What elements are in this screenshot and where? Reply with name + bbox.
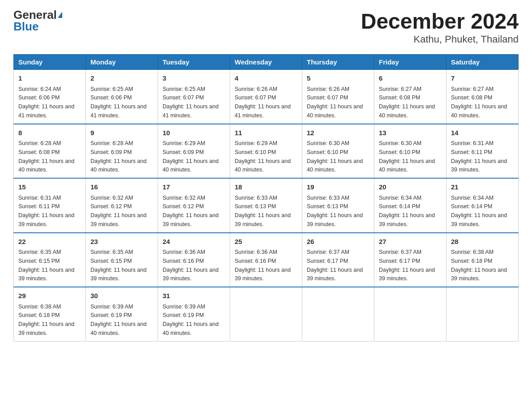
day-cell [230, 287, 302, 341]
day-number: 21 [451, 182, 514, 193]
day-info: Sunrise: 6:37 AMSunset: 6:17 PMDaylight:… [379, 249, 435, 282]
day-info: Sunrise: 6:38 AMSunset: 6:18 PMDaylight:… [451, 249, 507, 282]
day-cell: 31 Sunrise: 6:39 AMSunset: 6:19 PMDaylig… [158, 287, 230, 341]
day-info: Sunrise: 6:39 AMSunset: 6:19 PMDaylight:… [90, 304, 146, 336]
day-info: Sunrise: 6:35 AMSunset: 6:15 PMDaylight:… [90, 249, 146, 282]
day-cell: 11 Sunrise: 6:29 AMSunset: 6:10 PMDaylig… [230, 124, 302, 179]
day-number: 24 [163, 237, 225, 247]
header-cell-sunday: Sunday [14, 55, 86, 70]
day-number: 22 [18, 237, 81, 247]
logo: General Blue [13, 9, 62, 32]
day-number: 17 [163, 182, 225, 193]
day-cell: 12 Sunrise: 6:30 AMSunset: 6:10 PMDaylig… [302, 124, 374, 179]
day-number: 20 [379, 182, 442, 193]
day-number: 25 [235, 237, 297, 247]
day-cell: 26 Sunrise: 6:37 AMSunset: 6:17 PMDaylig… [302, 233, 374, 287]
day-info: Sunrise: 6:33 AMSunset: 6:13 PMDaylight:… [307, 195, 363, 227]
header-row: SundayMondayTuesdayWednesdayThursdayFrid… [14, 55, 519, 70]
header-cell-friday: Friday [374, 55, 446, 70]
day-number: 28 [451, 237, 514, 247]
day-number: 6 [379, 73, 442, 84]
day-cell: 14 Sunrise: 6:31 AMSunset: 6:11 PMDaylig… [446, 124, 519, 179]
week-row-2: 8 Sunrise: 6:28 AMSunset: 6:08 PMDayligh… [14, 124, 519, 179]
day-info: Sunrise: 6:35 AMSunset: 6:15 PMDaylight:… [18, 249, 74, 282]
logo-triangle-icon [58, 12, 62, 18]
day-number: 8 [18, 128, 81, 138]
day-number: 13 [379, 128, 442, 138]
day-info: Sunrise: 6:28 AMSunset: 6:09 PMDaylight:… [90, 140, 146, 173]
day-info: Sunrise: 6:28 AMSunset: 6:08 PMDaylight:… [18, 140, 74, 173]
day-info: Sunrise: 6:36 AMSunset: 6:16 PMDaylight:… [163, 249, 219, 282]
day-cell: 24 Sunrise: 6:36 AMSunset: 6:16 PMDaylig… [158, 233, 230, 287]
day-info: Sunrise: 6:25 AMSunset: 6:06 PMDaylight:… [90, 86, 146, 119]
day-number: 31 [163, 291, 225, 301]
day-number: 4 [235, 73, 297, 84]
day-cell: 2 Sunrise: 6:25 AMSunset: 6:06 PMDayligh… [86, 70, 158, 124]
calendar-table: SundayMondayTuesdayWednesdayThursdayFrid… [13, 54, 519, 342]
day-info: Sunrise: 6:37 AMSunset: 6:17 PMDaylight:… [307, 249, 363, 282]
day-info: Sunrise: 6:29 AMSunset: 6:09 PMDaylight:… [163, 140, 219, 173]
day-info: Sunrise: 6:24 AMSunset: 6:06 PMDaylight:… [18, 86, 74, 119]
day-cell: 25 Sunrise: 6:36 AMSunset: 6:16 PMDaylig… [230, 233, 302, 287]
day-number: 2 [90, 73, 153, 84]
day-number: 26 [307, 237, 369, 247]
day-info: Sunrise: 6:26 AMSunset: 6:07 PMDaylight:… [307, 86, 363, 119]
header-cell-tuesday: Tuesday [158, 55, 230, 70]
header-cell-monday: Monday [86, 55, 158, 70]
day-cell: 5 Sunrise: 6:26 AMSunset: 6:07 PMDayligh… [302, 70, 374, 124]
day-info: Sunrise: 6:33 AMSunset: 6:13 PMDaylight:… [235, 195, 291, 227]
day-cell: 9 Sunrise: 6:28 AMSunset: 6:09 PMDayligh… [86, 124, 158, 179]
week-row-3: 15 Sunrise: 6:31 AMSunset: 6:11 PMDaylig… [14, 178, 519, 233]
page-title: December 2024 [361, 9, 519, 34]
day-number: 15 [18, 182, 81, 193]
day-cell: 10 Sunrise: 6:29 AMSunset: 6:09 PMDaylig… [158, 124, 230, 179]
day-number: 14 [451, 128, 514, 138]
day-number: 12 [307, 128, 369, 138]
day-info: Sunrise: 6:38 AMSunset: 6:18 PMDaylight:… [18, 304, 74, 336]
day-number: 9 [90, 128, 153, 138]
day-number: 29 [18, 291, 81, 301]
day-cell: 27 Sunrise: 6:37 AMSunset: 6:17 PMDaylig… [374, 233, 446, 287]
day-cell: 22 Sunrise: 6:35 AMSunset: 6:15 PMDaylig… [14, 233, 86, 287]
day-number: 18 [235, 182, 297, 193]
day-cell: 17 Sunrise: 6:32 AMSunset: 6:12 PMDaylig… [158, 178, 230, 233]
day-number: 10 [163, 128, 225, 138]
calendar-body: 1 Sunrise: 6:24 AMSunset: 6:06 PMDayligh… [14, 70, 519, 342]
day-info: Sunrise: 6:34 AMSunset: 6:14 PMDaylight:… [379, 195, 435, 227]
week-row-1: 1 Sunrise: 6:24 AMSunset: 6:06 PMDayligh… [14, 70, 519, 124]
day-number: 19 [307, 182, 369, 193]
week-row-5: 29 Sunrise: 6:38 AMSunset: 6:18 PMDaylig… [14, 287, 519, 341]
day-cell: 19 Sunrise: 6:33 AMSunset: 6:13 PMDaylig… [302, 178, 374, 233]
header-cell-saturday: Saturday [446, 55, 519, 70]
day-cell [374, 287, 446, 341]
title-block: December 2024 Kathu, Phuket, Thailand [361, 9, 519, 45]
day-info: Sunrise: 6:29 AMSunset: 6:10 PMDaylight:… [235, 140, 291, 173]
day-cell: 30 Sunrise: 6:39 AMSunset: 6:19 PMDaylig… [86, 287, 158, 341]
day-info: Sunrise: 6:34 AMSunset: 6:14 PMDaylight:… [451, 195, 507, 227]
day-info: Sunrise: 6:25 AMSunset: 6:07 PMDaylight:… [163, 86, 219, 119]
day-cell: 3 Sunrise: 6:25 AMSunset: 6:07 PMDayligh… [158, 70, 230, 124]
day-cell: 1 Sunrise: 6:24 AMSunset: 6:06 PMDayligh… [14, 70, 86, 124]
day-info: Sunrise: 6:30 AMSunset: 6:10 PMDaylight:… [379, 140, 435, 173]
day-info: Sunrise: 6:31 AMSunset: 6:11 PMDaylight:… [451, 140, 507, 173]
day-cell: 7 Sunrise: 6:27 AMSunset: 6:08 PMDayligh… [446, 70, 519, 124]
day-number: 27 [379, 237, 442, 247]
day-cell [446, 287, 519, 341]
header-cell-wednesday: Wednesday [230, 55, 302, 70]
day-info: Sunrise: 6:27 AMSunset: 6:08 PMDaylight:… [379, 86, 435, 119]
day-cell: 15 Sunrise: 6:31 AMSunset: 6:11 PMDaylig… [14, 178, 86, 233]
calendar-header: SundayMondayTuesdayWednesdayThursdayFrid… [14, 55, 519, 70]
day-number: 30 [90, 291, 153, 301]
day-info: Sunrise: 6:32 AMSunset: 6:12 PMDaylight:… [90, 195, 146, 227]
week-row-4: 22 Sunrise: 6:35 AMSunset: 6:15 PMDaylig… [14, 233, 519, 287]
day-cell: 8 Sunrise: 6:28 AMSunset: 6:08 PMDayligh… [14, 124, 86, 179]
day-number: 3 [163, 73, 225, 84]
day-number: 23 [90, 237, 153, 247]
logo-general-text: General [13, 9, 57, 21]
day-cell: 21 Sunrise: 6:34 AMSunset: 6:14 PMDaylig… [446, 178, 519, 233]
day-cell: 23 Sunrise: 6:35 AMSunset: 6:15 PMDaylig… [86, 233, 158, 287]
day-number: 16 [90, 182, 153, 193]
day-number: 7 [451, 73, 514, 84]
day-info: Sunrise: 6:39 AMSunset: 6:19 PMDaylight:… [163, 304, 219, 336]
day-cell: 29 Sunrise: 6:38 AMSunset: 6:18 PMDaylig… [14, 287, 86, 341]
